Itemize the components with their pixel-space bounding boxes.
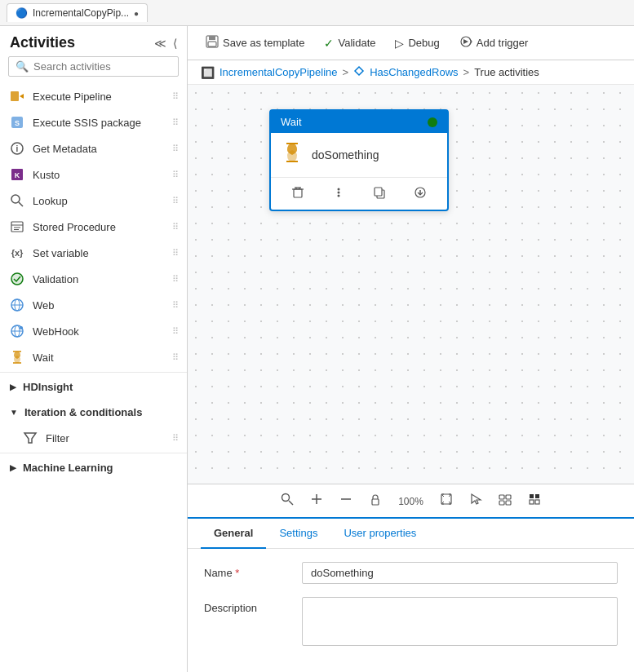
section-ml[interactable]: ▶ Machine Learning <box>0 455 187 480</box>
sidebar-item-stored-procedure[interactable]: Stored Procedure ⠿ <box>0 214 187 240</box>
card-copy-button[interactable] <box>366 183 392 205</box>
canvas-select-button[interactable] <box>466 489 485 512</box>
canvas-search-button[interactable] <box>277 489 297 512</box>
sidebar-title: Activities <box>10 34 75 51</box>
activities-list: Execute Pipeline ⠿ S Execute SSIS packag… <box>0 83 187 672</box>
tab-user-properties[interactable]: User properties <box>330 519 429 549</box>
svg-point-38 <box>338 188 340 191</box>
sidebar-item-execute-ssis[interactable]: S Execute SSIS package ⠿ <box>0 109 187 135</box>
section-iteration[interactable]: ▼ Iteration & conditionals <box>0 400 187 425</box>
name-row: Name * <box>204 562 618 584</box>
execute-ssis-icon: S <box>10 115 24 130</box>
svg-rect-33 <box>294 189 302 197</box>
breadcrumb-sep1: > <box>343 66 349 78</box>
save-template-button[interactable]: Save as template <box>197 31 313 55</box>
main-toolbar: Save as template ✓ Validate ▷ Debug Add … <box>188 26 634 60</box>
svg-rect-42 <box>375 188 382 196</box>
card-more-button[interactable] <box>326 183 352 205</box>
wait-activity-card[interactable]: Wait doSomething <box>269 109 449 211</box>
canvas-fit-button[interactable] <box>437 489 456 512</box>
sidebar-item-set-variable[interactable]: {x} Set variable ⠿ <box>0 240 187 266</box>
sidebar-item-validation[interactable]: Validation ⠿ <box>0 266 187 292</box>
svg-point-22 <box>20 326 23 329</box>
sidebar-item-kusto[interactable]: K Kusto ⠿ <box>0 161 187 188</box>
canvas-background: Wait doSomething <box>188 85 634 484</box>
description-label: Description <box>204 597 286 614</box>
sidebar: Activities ≪ ⟨ 🔍 Execute Pipeline ⠿ <box>0 26 188 672</box>
svg-point-45 <box>282 494 290 502</box>
save-template-label: Save as template <box>223 37 304 49</box>
sidebar-item-wait[interactable]: Wait ⠿ <box>0 344 187 370</box>
svg-rect-28 <box>208 42 216 46</box>
sidebar-item-execute-pipeline[interactable]: Execute Pipeline ⠿ <box>0 83 187 109</box>
drag-handle: ⠿ <box>172 326 177 337</box>
bottom-tabs: General Settings User properties <box>188 519 634 549</box>
tab-general[interactable]: General <box>201 519 266 549</box>
description-input[interactable] <box>302 597 618 646</box>
name-input[interactable] <box>302 562 618 584</box>
canvas-zoom-button[interactable]: 100% <box>395 490 427 511</box>
search-input[interactable] <box>33 60 171 73</box>
main-layout: Activities ≪ ⟨ 🔍 Execute Pipeline ⠿ <box>0 26 634 672</box>
pipeline-tab-label: IncrementalCopyPip... <box>33 7 129 19</box>
canvas-minus-button[interactable] <box>336 489 356 512</box>
sidebar-item-lookup[interactable]: Lookup ⠿ <box>0 188 187 214</box>
sidebar-item-label-wait: Wait <box>33 351 54 364</box>
metadata-icon: i <box>10 141 24 156</box>
validate-label: Validate <box>338 37 375 49</box>
sidebar-item-label-stored-procedure: Stored Procedure <box>33 221 116 233</box>
svg-line-46 <box>289 501 293 505</box>
properties-panel: Name * Description <box>188 549 634 672</box>
sidebar-item-label-kusto: Kusto <box>33 169 60 181</box>
pipeline-canvas[interactable]: Wait doSomething <box>188 85 634 484</box>
canvas-add-button[interactable] <box>307 489 326 512</box>
divider <box>0 372 187 373</box>
section-hdinsight[interactable]: ▶ HDInsight <box>0 374 187 400</box>
canvas-layout-button[interactable] <box>495 489 515 512</box>
card-delete-button[interactable] <box>285 183 311 205</box>
execute-pipeline-icon <box>10 89 24 104</box>
breadcrumb-current: True activities <box>474 66 539 78</box>
sidebar-item-metadata[interactable]: i Get Metadata ⠿ <box>0 135 187 161</box>
svg-rect-27 <box>209 36 215 40</box>
section-ml-label: Machine Learning <box>23 462 113 474</box>
canvas-lock-button[interactable] <box>366 489 385 512</box>
drag-handle: ⠿ <box>172 91 177 102</box>
breadcrumb-pipeline[interactable]: IncrementalCopyPipeline <box>219 66 338 78</box>
minimize-icon[interactable]: ⟨ <box>173 37 177 50</box>
sidebar-item-webhook[interactable]: WebHook ⠿ <box>0 318 187 344</box>
drag-handle: ⠿ <box>172 117 177 128</box>
sidebar-item-label-web: Web <box>33 299 55 312</box>
description-row: Description <box>204 597 618 646</box>
sidebar-item-label-execute-pipeline: Execute Pipeline <box>33 91 112 103</box>
svg-point-40 <box>338 195 340 197</box>
card-next-button[interactable] <box>407 183 433 205</box>
svg-rect-58 <box>535 494 539 498</box>
breadcrumb-activity[interactable]: HasChangedRows <box>370 66 458 78</box>
svg-rect-59 <box>530 500 534 504</box>
canvas-theme-button[interactable] <box>525 489 544 512</box>
card-activity-name: doSomething <box>312 148 379 161</box>
drag-handle: ⠿ <box>172 248 177 259</box>
pipeline-icon: 🔵 <box>16 7 28 19</box>
debug-button[interactable]: ▷ Debug <box>387 33 447 54</box>
add-trigger-button[interactable]: Add trigger <box>451 31 537 55</box>
validate-button[interactable]: ✓ Validate <box>316 33 384 54</box>
sidebar-item-web[interactable]: Web ⠿ <box>0 292 187 318</box>
sidebar-item-label-set-variable: Set variable <box>33 247 89 259</box>
canvas-area: Save as template ✓ Validate ▷ Debug Add … <box>188 26 634 672</box>
breadcrumb: 🔲 IncrementalCopyPipeline > HasChangedRo… <box>188 60 634 85</box>
save-template-icon <box>206 35 219 51</box>
divider2 <box>0 453 187 453</box>
sidebar-item-filter[interactable]: Filter ⠿ <box>0 425 187 451</box>
tab-settings[interactable]: Settings <box>266 519 330 549</box>
pipeline-tab[interactable]: 🔵 IncrementalCopyPip... ● <box>7 3 148 22</box>
required-indicator: * <box>235 567 239 579</box>
stored-procedure-icon <box>10 219 24 234</box>
svg-rect-57 <box>530 494 534 498</box>
svg-text:i: i <box>16 144 19 153</box>
section-hdinsight-arrow: ▶ <box>10 382 16 391</box>
section-iteration-arrow: ▼ <box>10 408 18 417</box>
debug-icon: ▷ <box>395 37 404 50</box>
collapse-icon[interactable]: ≪ <box>154 37 166 50</box>
